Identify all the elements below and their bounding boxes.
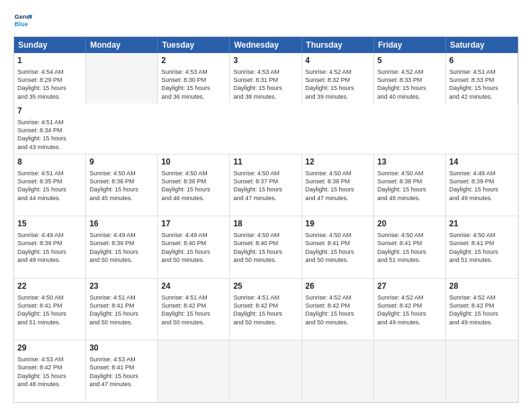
day-number: 16 xyxy=(89,219,154,230)
cal-cell xyxy=(86,53,158,103)
cal-header-cell: Monday xyxy=(86,37,158,53)
day-number: 23 xyxy=(89,281,154,292)
cal-cell: 27Sunrise: 4:52 AMSunset: 8:42 PMDayligh… xyxy=(374,279,446,340)
cal-cell: 25Sunrise: 4:51 AMSunset: 8:42 PMDayligh… xyxy=(230,279,302,340)
cell-content: Sunrise: 4:50 AMSunset: 8:40 PMDaylight:… xyxy=(233,232,282,263)
day-number: 4 xyxy=(306,56,370,66)
cal-cell: 17Sunrise: 4:49 AMSunset: 8:40 PMDayligh… xyxy=(158,216,230,278)
day-number: 26 xyxy=(306,281,370,292)
cal-cell: 23Sunrise: 4:51 AMSunset: 8:41 PMDayligh… xyxy=(86,279,158,340)
cal-week-row: 22Sunrise: 4:50 AMSunset: 8:41 PMDayligh… xyxy=(14,279,518,341)
day-number: 24 xyxy=(161,281,226,292)
cell-content: Sunrise: 4:53 AMSunset: 8:31 PMDaylight:… xyxy=(233,68,282,100)
cell-content: Sunrise: 4:51 AMSunset: 8:33 PMDaylight:… xyxy=(449,68,498,100)
cal-cell: 19Sunrise: 4:50 AMSunset: 8:41 PMDayligh… xyxy=(302,216,374,278)
cell-content: Sunrise: 4:50 AMSunset: 8:38 PMDaylight:… xyxy=(378,170,427,201)
cell-content: Sunrise: 4:49 AMSunset: 8:40 PMDaylight:… xyxy=(161,232,210,263)
day-number: 25 xyxy=(233,281,298,292)
cal-header-cell: Thursday xyxy=(302,37,374,53)
day-number: 6 xyxy=(449,56,514,66)
cal-week-row: 1Sunrise: 4:54 AMSunset: 8:29 PMDaylight… xyxy=(14,53,518,154)
day-number: 12 xyxy=(306,157,370,168)
cal-cell: 16Sunrise: 4:49 AMSunset: 8:39 PMDayligh… xyxy=(86,216,158,278)
cal-cell xyxy=(158,340,230,402)
cal-cell: 18Sunrise: 4:50 AMSunset: 8:40 PMDayligh… xyxy=(230,216,302,278)
cell-content: Sunrise: 4:49 AMSunset: 8:39 PMDaylight:… xyxy=(17,232,66,263)
cell-content: Sunrise: 4:54 AMSunset: 8:29 PMDaylight:… xyxy=(17,68,66,100)
header: General Blue xyxy=(13,11,519,30)
day-number: 1 xyxy=(17,56,82,66)
cal-cell: 22Sunrise: 4:50 AMSunset: 8:41 PMDayligh… xyxy=(14,279,86,340)
cell-content: Sunrise: 4:52 AMSunset: 8:42 PMDaylight:… xyxy=(378,294,427,326)
cal-cell: 8Sunrise: 4:51 AMSunset: 8:35 PMDaylight… xyxy=(14,154,86,216)
cal-cell: 2Sunrise: 4:53 AMSunset: 8:30 PMDaylight… xyxy=(158,53,230,103)
day-number: 30 xyxy=(89,343,154,354)
day-number: 29 xyxy=(17,343,82,354)
day-number: 28 xyxy=(449,281,515,292)
calendar-body: 1Sunrise: 4:54 AMSunset: 8:29 PMDaylight… xyxy=(14,53,518,402)
cal-cell: 14Sunrise: 4:49 AMSunset: 8:39 PMDayligh… xyxy=(446,154,518,216)
page: General Blue SundayMondayTuesdayWednesda… xyxy=(0,0,532,411)
day-number: 20 xyxy=(378,219,442,230)
cal-cell: 30Sunrise: 4:53 AMSunset: 8:41 PMDayligh… xyxy=(86,340,158,402)
cal-header-cell: Wednesday xyxy=(230,37,302,53)
cell-content: Sunrise: 4:53 AMSunset: 8:30 PMDaylight:… xyxy=(161,68,210,100)
day-number: 19 xyxy=(306,219,370,230)
cell-content: Sunrise: 4:50 AMSunset: 8:36 PMDaylight:… xyxy=(161,170,210,201)
cell-content: Sunrise: 4:53 AMSunset: 8:42 PMDaylight:… xyxy=(17,356,66,387)
cal-cell: 10Sunrise: 4:50 AMSunset: 8:36 PMDayligh… xyxy=(158,154,230,216)
cell-content: Sunrise: 4:52 AMSunset: 8:42 PMDaylight:… xyxy=(449,294,498,326)
day-number: 5 xyxy=(378,56,442,66)
cell-content: Sunrise: 4:51 AMSunset: 8:42 PMDaylight:… xyxy=(233,294,282,326)
cell-content: Sunrise: 4:51 AMSunset: 8:35 PMDaylight:… xyxy=(17,170,66,201)
day-number: 22 xyxy=(17,281,82,292)
cell-content: Sunrise: 4:52 AMSunset: 8:33 PMDaylight:… xyxy=(378,68,427,100)
cal-cell: 26Sunrise: 4:52 AMSunset: 8:42 PMDayligh… xyxy=(302,279,374,340)
cal-cell: 13Sunrise: 4:50 AMSunset: 8:38 PMDayligh… xyxy=(374,154,446,216)
cell-content: Sunrise: 4:53 AMSunset: 8:41 PMDaylight:… xyxy=(89,356,138,387)
cell-content: Sunrise: 4:50 AMSunset: 8:41 PMDaylight:… xyxy=(306,232,355,263)
svg-text:Blue: Blue xyxy=(15,21,28,28)
cal-cell xyxy=(302,340,374,402)
cal-week-row: 29Sunrise: 4:53 AMSunset: 8:42 PMDayligh… xyxy=(14,340,518,402)
day-number: 21 xyxy=(449,219,515,230)
cal-header-cell: Friday xyxy=(374,37,446,53)
cal-week-row: 8Sunrise: 4:51 AMSunset: 8:35 PMDaylight… xyxy=(14,154,518,217)
day-number: 7 xyxy=(17,106,83,117)
day-number: 11 xyxy=(233,157,298,168)
calendar-header: SundayMondayTuesdayWednesdayThursdayFrid… xyxy=(14,37,518,53)
cal-cell: 4Sunrise: 4:52 AMSunset: 8:32 PMDaylight… xyxy=(302,53,374,103)
cell-content: Sunrise: 4:50 AMSunset: 8:41 PMDaylight:… xyxy=(449,232,498,263)
cell-content: Sunrise: 4:52 AMSunset: 8:42 PMDaylight:… xyxy=(306,294,355,326)
cal-cell: 3Sunrise: 4:53 AMSunset: 8:31 PMDaylight… xyxy=(230,53,302,103)
day-number: 15 xyxy=(17,219,82,230)
logo-icon: General Blue xyxy=(13,11,32,30)
day-number: 13 xyxy=(378,157,442,168)
cal-cell: 12Sunrise: 4:50 AMSunset: 8:38 PMDayligh… xyxy=(302,154,374,216)
cal-cell: 20Sunrise: 4:50 AMSunset: 8:41 PMDayligh… xyxy=(374,216,446,278)
day-number: 10 xyxy=(161,157,226,168)
cell-content: Sunrise: 4:52 AMSunset: 8:32 PMDaylight:… xyxy=(306,68,355,100)
cal-cell: 15Sunrise: 4:49 AMSunset: 8:39 PMDayligh… xyxy=(14,216,86,278)
cell-content: Sunrise: 4:50 AMSunset: 8:37 PMDaylight:… xyxy=(233,170,282,201)
day-number: 27 xyxy=(378,281,442,292)
day-number: 17 xyxy=(161,219,226,230)
cell-content: Sunrise: 4:51 AMSunset: 8:34 PMDaylight:… xyxy=(17,119,66,150)
cal-cell: 1Sunrise: 4:54 AMSunset: 8:29 PMDaylight… xyxy=(14,53,86,103)
cal-header-cell: Sunday xyxy=(14,37,86,53)
logo: General Blue xyxy=(13,11,36,30)
cell-content: Sunrise: 4:51 AMSunset: 8:42 PMDaylight:… xyxy=(161,294,210,326)
cell-content: Sunrise: 4:51 AMSunset: 8:41 PMDaylight:… xyxy=(89,294,138,326)
day-number: 3 xyxy=(233,56,298,66)
day-number: 2 xyxy=(161,56,226,66)
cal-cell xyxy=(374,340,446,402)
cal-cell: 28Sunrise: 4:52 AMSunset: 8:42 PMDayligh… xyxy=(446,279,518,340)
day-number: 18 xyxy=(233,219,298,230)
cal-cell: 9Sunrise: 4:50 AMSunset: 8:36 PMDaylight… xyxy=(86,154,158,216)
cal-cell xyxy=(446,340,518,402)
cal-cell: 6Sunrise: 4:51 AMSunset: 8:33 PMDaylight… xyxy=(446,53,518,103)
cal-cell: 5Sunrise: 4:52 AMSunset: 8:33 PMDaylight… xyxy=(374,53,446,103)
cal-week-row: 15Sunrise: 4:49 AMSunset: 8:39 PMDayligh… xyxy=(14,216,518,279)
calendar: SundayMondayTuesdayWednesdayThursdayFrid… xyxy=(13,36,519,403)
cell-content: Sunrise: 4:50 AMSunset: 8:41 PMDaylight:… xyxy=(378,232,427,263)
